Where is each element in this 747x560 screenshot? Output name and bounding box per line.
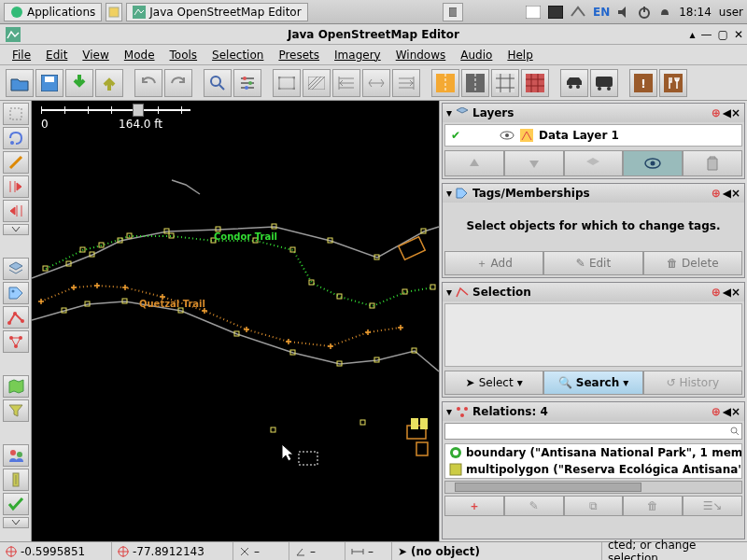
relation-list[interactable]: boundary ("Antisana National Park", 1 me… (444, 443, 742, 479)
tags-toggle[interactable] (3, 282, 29, 304)
maximize-icon[interactable]: ▢ (718, 28, 728, 41)
collapse-icon[interactable]: ▾ (446, 405, 452, 418)
preset-rail-button[interactable] (491, 69, 519, 97)
map-toggle[interactable] (3, 375, 29, 398)
collapse-icon[interactable]: ▾ (446, 286, 452, 299)
menu-imagery[interactable]: Imagery (328, 47, 388, 63)
close-icon[interactable]: ✕ (734, 28, 743, 41)
relation-item[interactable]: boundary ("Antisana National Park", 1 me… (445, 444, 741, 461)
menu-selection[interactable]: Selection (205, 47, 270, 63)
help-icon[interactable]: ⊕ (712, 187, 721, 200)
tray-network-icon[interactable] (571, 6, 585, 19)
preset-car-button[interactable] (560, 69, 588, 97)
help-icon[interactable]: ⊕ (712, 405, 721, 418)
pin-icon[interactable]: ◀× (723, 187, 740, 200)
selection-toggle[interactable] (3, 306, 29, 329)
undo-button[interactable] (134, 69, 162, 97)
preset-building-button[interactable] (521, 69, 549, 97)
lasso-tool[interactable] (3, 127, 29, 149)
menu-windows[interactable]: Windows (389, 47, 453, 63)
relation-duplicate-button[interactable]: ⧉ (564, 496, 624, 516)
menu-file[interactable]: File (6, 47, 37, 63)
upload-button[interactable] (95, 69, 123, 97)
draw-tool[interactable] (3, 151, 29, 174)
search-selection-button[interactable]: 🔍Search▾ (543, 371, 642, 395)
show-desktop[interactable] (106, 3, 122, 21)
align-left-button[interactable] (332, 69, 360, 97)
preset-warning-button[interactable]: ! (629, 69, 657, 97)
tray-lang[interactable]: EN (593, 6, 610, 19)
menu-mode[interactable]: Mode (118, 47, 162, 63)
tray-clock[interactable]: 18:14 (679, 6, 712, 19)
open-button[interactable] (6, 69, 34, 97)
menu-edit[interactable]: Edit (39, 47, 74, 63)
rollup-icon[interactable]: ▴ (690, 28, 696, 41)
select-button[interactable]: ➤Select▾ (444, 371, 543, 395)
extrude-right-tool[interactable] (3, 200, 29, 222)
layers-toggle[interactable] (3, 258, 29, 280)
wireframe-button[interactable] (273, 69, 301, 97)
redo-button[interactable] (164, 69, 192, 97)
tag-edit-button[interactable]: ✎Edit (543, 251, 642, 275)
history-button[interactable]: ↺History (643, 371, 742, 395)
tray-terminal-icon[interactable] (526, 6, 541, 19)
panel-expand[interactable] (3, 517, 29, 528)
relation-item[interactable]: multipolygon ("Reserva Ecológica Antisan… (445, 461, 741, 478)
map-canvas[interactable]: 0 164.0 ft (32, 101, 439, 541)
tray-power-icon[interactable] (638, 6, 651, 19)
collapse-icon[interactable]: ▾ (446, 187, 452, 200)
pin-icon[interactable]: ◀× (723, 405, 740, 418)
select-tool[interactable] (3, 103, 29, 125)
relation-new-button[interactable]: ＋ (444, 496, 504, 516)
layer-down-button[interactable] (504, 150, 564, 176)
layer-row[interactable]: ✔ Data Layer 1 (444, 124, 742, 147)
relation-search-input[interactable] (444, 423, 742, 440)
tag-add-button[interactable]: ＋Add (444, 251, 543, 275)
menu-presets[interactable]: Presets (272, 47, 326, 63)
align-horiz-button[interactable] (362, 69, 390, 97)
download-button[interactable] (65, 69, 93, 97)
preset-highway-button[interactable] (431, 69, 459, 97)
align-right-button[interactable] (392, 69, 420, 97)
minimize-icon[interactable]: — (701, 28, 712, 41)
help-icon[interactable]: ⊕ (712, 106, 721, 119)
preset-road-button[interactable] (461, 69, 489, 97)
applications-menu[interactable]: Applications (4, 3, 102, 21)
extrude-left-tool[interactable] (3, 175, 29, 198)
menu-help[interactable]: Help (500, 47, 539, 63)
menu-tools[interactable]: Tools (163, 47, 204, 63)
filter-toggle[interactable] (3, 399, 29, 422)
relation-select-button[interactable]: ☰↘ (683, 496, 742, 516)
layer-delete-button[interactable] (683, 150, 742, 176)
relation-edit-button[interactable]: ✎ (504, 496, 564, 516)
layer-visible-button[interactable] (623, 150, 683, 176)
collapse-icon[interactable]: ▾ (446, 106, 452, 119)
workspace-switcher[interactable] (443, 3, 463, 21)
validation-toggle[interactable] (3, 493, 29, 515)
menu-view[interactable]: View (76, 47, 115, 63)
relation-delete-button[interactable]: 🗑 (623, 496, 683, 516)
tray-terminal2-icon[interactable] (548, 6, 563, 19)
relations-toggle[interactable] (3, 330, 29, 353)
preferences-button[interactable] (233, 69, 261, 97)
relation-search[interactable] (444, 423, 742, 440)
layer-up-button[interactable] (444, 150, 504, 176)
pin-icon[interactable]: ◀× (723, 286, 740, 299)
preset-food-button[interactable] (659, 69, 687, 97)
preset-bus-button[interactable] (590, 69, 618, 97)
tray-volume-icon[interactable] (617, 6, 630, 19)
layer-activate-button[interactable] (564, 150, 624, 176)
tag-delete-button[interactable]: 🗑Delete (643, 251, 742, 275)
menu-audio[interactable]: Audio (454, 47, 499, 63)
search-button[interactable] (204, 69, 232, 97)
users-toggle[interactable] (3, 444, 29, 467)
hatch-button[interactable] (303, 69, 331, 97)
pin-icon[interactable]: ◀× (723, 106, 740, 119)
eye-icon[interactable] (500, 131, 514, 140)
conflict-toggle[interactable] (3, 469, 29, 491)
save-button[interactable] (35, 69, 63, 97)
tray-notify-icon[interactable] (658, 6, 671, 19)
help-icon[interactable]: ⊕ (712, 286, 721, 299)
taskbar-window-josm[interactable]: Java OpenStreetMap Editor (126, 3, 307, 21)
relation-scrollbar[interactable] (444, 481, 742, 494)
